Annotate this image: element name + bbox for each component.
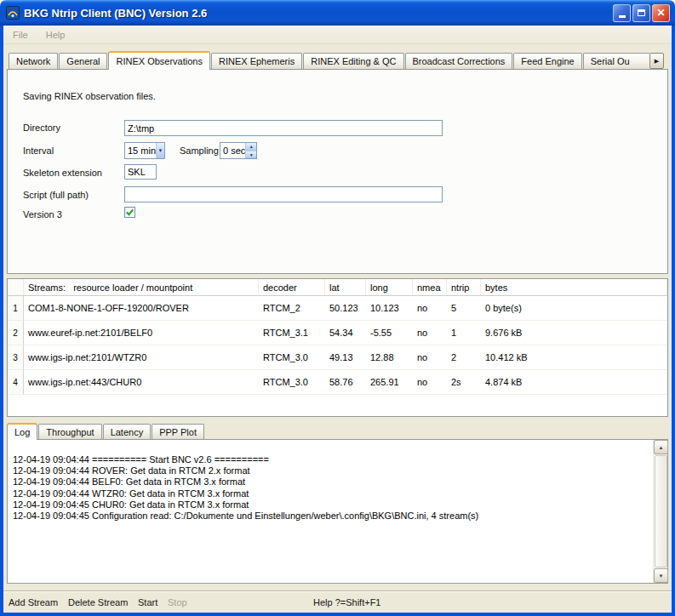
delete-stream-button[interactable]: Delete Stream <box>68 597 128 607</box>
tab-network[interactable]: Network <box>9 53 58 69</box>
app-icon <box>6 6 20 20</box>
directory-label: Directory <box>23 123 60 133</box>
row-number[interactable]: 4 <box>8 370 24 395</box>
log-output[interactable]: 12-04-19 09:04:44 ========== Start BNC v… <box>7 439 668 584</box>
menu-help[interactable]: Help <box>43 28 69 42</box>
tab-serial-output[interactable]: Serial Ou <box>583 53 649 69</box>
cell-decoder: RTCM_2 <box>259 296 325 321</box>
sampling-value: 0 sec <box>220 143 245 158</box>
check-icon <box>125 208 134 217</box>
header-decoder: decoder <box>259 279 325 295</box>
tab-feed-engine[interactable]: Feed Engine <box>513 53 581 69</box>
window-title: BKG Ntrip Client (BNC) Version 2.6 <box>24 7 613 20</box>
bottom-action-bar: Add Stream Delete Stream Start Stop Help… <box>3 590 672 613</box>
cell-long: -5.55 <box>366 321 413 345</box>
scroll-down-button[interactable]: ▼ <box>654 568 668 583</box>
table-row[interactable]: 4 www.igs-ip.net:443/CHUR0 RTCM_3.0 58.7… <box>8 370 667 395</box>
version3-checkbox[interactable] <box>124 207 135 218</box>
stop-button[interactable]: Stop <box>168 597 187 607</box>
tab-rinex-observations[interactable]: RINEX Observations <box>108 51 209 70</box>
interval-value: 15 min <box>125 143 156 158</box>
interval-label: Interval <box>23 145 54 156</box>
directory-input[interactable] <box>124 120 443 136</box>
chevron-down-icon: ▼ <box>158 148 163 153</box>
log-line: 12-04-19 09:04:44 WTZR0: Get data in RTC… <box>13 488 647 499</box>
cell-ntrip: 2s <box>447 370 481 395</box>
header-bytes: bytes <box>481 279 667 295</box>
scroll-right-icon: ▶ <box>655 58 659 65</box>
tab-broadcast-corrections[interactable]: Broadcast Corrections <box>405 53 513 69</box>
header-nmea: nmea <box>413 279 447 295</box>
streams-table: Streams: resource loader / mountpoint de… <box>7 278 668 417</box>
cell-lat: 54.34 <box>325 321 366 345</box>
sampling-spinner[interactable]: 0 sec ▲ ▼ <box>220 142 257 159</box>
maximize-button[interactable] <box>632 4 650 22</box>
cell-nmea: no <box>413 321 447 345</box>
log-scrollbar[interactable]: ▲ ▼ <box>653 440 667 583</box>
close-button[interactable]: ✕ <box>652 4 670 22</box>
scroll-up-button[interactable]: ▲ <box>654 440 668 454</box>
tab-ppp-plot[interactable]: PPP Plot <box>152 424 204 439</box>
title-bar: BKG Ntrip Client (BNC) Version 2.6 ✕ <box>0 0 675 26</box>
skeleton-extension-input[interactable] <box>124 164 157 180</box>
start-button[interactable]: Start <box>138 597 157 607</box>
cell-decoder: RTCM_3.0 <box>259 370 325 395</box>
table-row[interactable]: 2 www.euref-ip.net:2101/BELF0 RTCM_3.1 5… <box>8 321 667 345</box>
log-line: 12-04-19 09:04:44 BELF0: Get data in RTC… <box>13 476 647 488</box>
interval-dropdown-button[interactable]: ▼ <box>156 143 164 158</box>
scroll-down-icon: ▼ <box>659 573 664 579</box>
tab-throughput[interactable]: Throughput <box>38 424 101 439</box>
cell-mountpoint: www.igs-ip.net:2101/WTZR0 <box>24 345 259 370</box>
cell-long: 265.91 <box>366 370 413 395</box>
cell-decoder: RTCM_3.0 <box>259 345 325 370</box>
tab-rinex-editing-qc[interactable]: RINEX Editing & QC <box>303 53 403 69</box>
tab-rinex-ephemeris[interactable]: RINEX Ephemeris <box>211 53 302 69</box>
minimize-button[interactable] <box>613 4 631 22</box>
rinex-observations-panel: Saving RINEX observation files. Director… <box>7 69 668 274</box>
row-number[interactable]: 1 <box>8 296 24 321</box>
cell-bytes: 4.874 kB <box>481 370 667 395</box>
script-input[interactable] <box>124 186 443 202</box>
tab-general[interactable]: General <box>59 53 107 69</box>
cell-ntrip: 1 <box>447 321 481 345</box>
skeleton-extension-label: Skeleton extension <box>23 168 102 178</box>
app-window: BKG Ntrip Client (BNC) Version 2.6 ✕ Fil… <box>0 0 675 616</box>
cell-mountpoint: www.igs-ip.net:443/CHUR0 <box>24 370 259 395</box>
table-row[interactable]: 3 www.igs-ip.net:2101/WTZR0 RTCM_3.0 49.… <box>8 345 667 370</box>
add-stream-button[interactable]: Add Stream <box>9 597 58 607</box>
cell-bytes: 0 byte(s) <box>481 296 667 321</box>
menu-file[interactable]: File <box>9 28 31 42</box>
sampling-spin-buttons: ▲ ▼ <box>245 143 256 158</box>
cell-lat: 50.123 <box>325 296 366 321</box>
spin-up-icon[interactable]: ▲ <box>246 143 256 151</box>
window-controls: ✕ <box>613 4 670 22</box>
minimize-icon <box>619 15 626 18</box>
scrollbar-thumb[interactable] <box>655 455 667 568</box>
main-tab-bar: Network General RINEX Observations RINEX… <box>9 50 650 69</box>
panel-description: Saving RINEX observation files. <box>23 91 156 101</box>
table-row[interactable]: 1 COM1-8-NONE-1-OFF-19200/ROVER RTCM_2 5… <box>8 296 667 321</box>
cell-ntrip: 5 <box>447 296 481 321</box>
tab-latency[interactable]: Latency <box>103 424 152 439</box>
header-ntrip: ntrip <box>447 279 481 295</box>
cell-long: 10.123 <box>366 296 413 321</box>
header-mountpoint: Streams: resource loader / mountpoint <box>24 279 259 295</box>
help-button[interactable]: Help ?=Shift+F1 <box>313 597 381 607</box>
log-line: 12-04-19 09:04:45 CHUR0: Get data in RTC… <box>13 499 647 510</box>
row-number[interactable]: 2 <box>8 321 24 345</box>
log-line: 12-04-19 09:04:44 ROVER: Get data in RTC… <box>13 465 647 476</box>
interval-select[interactable]: 15 min ▼ <box>124 142 165 159</box>
script-label: Script (full path) <box>23 190 89 200</box>
table-corner <box>8 279 24 295</box>
tab-scroll-right-button[interactable]: ▶ <box>649 53 664 69</box>
tab-log[interactable]: Log <box>7 423 37 440</box>
header-lat: lat <box>325 279 366 295</box>
cell-ntrip: 2 <box>447 345 481 370</box>
spin-down-icon[interactable]: ▼ <box>246 151 256 159</box>
version3-label: Version 3 <box>23 209 62 220</box>
cell-lat: 58.76 <box>325 370 366 395</box>
row-number[interactable]: 3 <box>8 345 24 370</box>
maximize-icon <box>638 9 645 16</box>
cell-bytes: 10.412 kB <box>481 345 667 370</box>
log-text: 12-04-19 09:04:44 ========== Start BNC v… <box>13 454 647 522</box>
